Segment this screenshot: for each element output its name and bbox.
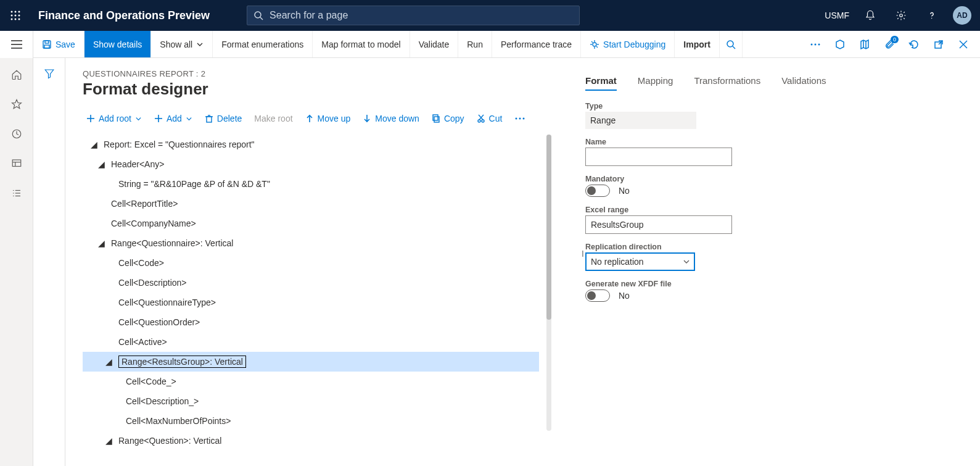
svg-point-67 (523, 118, 525, 120)
xfdf-value: No (619, 291, 630, 301)
svg-point-12 (931, 18, 933, 19)
map-format-button[interactable]: Map format to model (313, 31, 410, 57)
splitter-grip[interactable]: || (582, 249, 583, 257)
svg-point-29 (815, 43, 817, 45)
tree-row[interactable]: Cell<Description> (83, 273, 539, 293)
svg-line-63 (479, 115, 484, 120)
xfdf-toggle[interactable] (585, 289, 610, 302)
format-enumerations-button[interactable]: Format enumerations (213, 31, 313, 57)
app-title: Finance and Operations Preview (38, 9, 210, 22)
tab-format[interactable]: Format (585, 75, 617, 91)
cmdbar-search-icon[interactable] (720, 31, 743, 57)
help-icon[interactable] (922, 6, 942, 25)
svg-line-25 (596, 46, 598, 48)
attachments-icon[interactable]: 0 (879, 35, 900, 54)
tree-row[interactable]: Cell<Code> (83, 253, 539, 273)
tree-row[interactable]: Cell<Code_> (83, 372, 539, 391)
move-down-button[interactable]: Move down (363, 114, 419, 123)
parameters-icon[interactable] (830, 35, 850, 54)
svg-point-8 (19, 19, 20, 20)
cut-button[interactable]: Cut (477, 114, 503, 123)
properties-pane: || Format Mapping Transformations Valida… (585, 58, 980, 466)
home-icon[interactable] (11, 69, 22, 83)
tree-row[interactable]: Cell<ReportTitle> (83, 194, 539, 214)
popout-icon[interactable] (928, 35, 949, 54)
svg-point-11 (900, 14, 903, 17)
mandatory-toggle[interactable] (585, 185, 610, 197)
tab-transformations[interactable]: Transformations (694, 75, 760, 91)
tree-more-icon[interactable] (514, 117, 525, 120)
star-icon[interactable] (11, 99, 22, 112)
refresh-icon[interactable] (904, 35, 924, 54)
tree-row[interactable]: ◢Report: Excel = "Questionnaires report" (83, 135, 539, 154)
properties-tabs: Format Mapping Transformations Validatio… (585, 75, 968, 91)
modules-icon[interactable] (11, 188, 22, 201)
import-button[interactable]: Import (675, 31, 720, 57)
company-label[interactable]: USMF (825, 10, 849, 20)
bell-icon[interactable] (860, 6, 880, 25)
type-label: Type (585, 102, 746, 110)
save-button[interactable]: Save (33, 31, 84, 57)
copy-button[interactable]: Copy (432, 114, 464, 123)
hamburger-icon[interactable] (0, 31, 33, 58)
performance-trace-button[interactable]: Performance trace (492, 31, 581, 57)
svg-rect-17 (45, 41, 49, 43)
type-value: Range (585, 112, 696, 129)
more-icon[interactable] (805, 35, 826, 54)
svg-point-61 (478, 120, 480, 122)
add-button[interactable]: Add (154, 114, 192, 123)
svg-point-30 (818, 43, 820, 45)
designer-pane: QUESTIONNAIRES REPORT : 2 Format designe… (65, 58, 585, 466)
start-debugging-button[interactable]: Start Debugging (581, 31, 675, 57)
xfdf-label: Generate new XFDF file (585, 280, 746, 288)
breadcrumb: QUESTIONNAIRES REPORT : 2 (83, 69, 585, 78)
tree-row[interactable]: Cell<QuestionnaireType> (83, 293, 539, 312)
tree-row[interactable]: String = "&R&10Page &P of &N &D &T" (83, 174, 539, 194)
excel-range-label: Excel range (585, 206, 746, 214)
tree-scrollbar[interactable] (546, 135, 551, 431)
run-button[interactable]: Run (458, 31, 492, 57)
map-icon[interactable] (854, 35, 875, 54)
mandatory-value: No (619, 186, 630, 196)
move-up-button[interactable]: Move up (305, 114, 351, 123)
avatar[interactable]: AD (953, 6, 971, 25)
tab-mapping[interactable]: Mapping (638, 75, 673, 91)
svg-point-66 (519, 118, 521, 120)
svg-line-35 (939, 41, 942, 44)
show-details-button[interactable]: Show details (84, 31, 151, 57)
tree-row[interactable]: ◢Range<Question>: Vertical (83, 431, 539, 451)
waffle-icon[interactable] (0, 10, 31, 20)
tree-row[interactable]: Cell<Active> (83, 332, 539, 352)
format-form: Type Range Name Mandatory No Excel range… (585, 102, 746, 302)
tree-row[interactable]: Cell<CompanyName> (83, 214, 539, 233)
delete-button[interactable]: Delete (205, 114, 242, 123)
validate-button[interactable]: Validate (410, 31, 459, 57)
svg-point-26 (727, 41, 733, 47)
tree-row[interactable]: Cell<QuestionOrder> (83, 312, 539, 332)
svg-point-0 (11, 11, 13, 13)
gear-icon[interactable] (891, 6, 911, 25)
tree-row[interactable]: Cell<MaxNumberOfPoints> (83, 411, 539, 431)
workspace-icon[interactable] (11, 158, 22, 172)
svg-point-19 (593, 43, 596, 46)
tree-row-selected[interactable]: ◢Range<ResultsGroup>: Vertical (83, 352, 539, 372)
excel-range-input[interactable] (585, 215, 732, 234)
search-input[interactable]: Search for a page (247, 6, 580, 25)
top-nav: Finance and Operations Preview Search fo… (0, 0, 980, 31)
tab-validations[interactable]: Validations (781, 75, 826, 91)
svg-point-7 (15, 19, 17, 20)
tree-row[interactable]: ◢Header<Any> (83, 154, 539, 174)
chevron-down-icon (196, 41, 204, 48)
add-root-button[interactable]: Add root (86, 114, 142, 123)
filter-icon[interactable] (44, 68, 55, 79)
name-input[interactable] (585, 148, 732, 166)
close-icon[interactable] (953, 35, 974, 54)
svg-point-3 (11, 15, 13, 17)
tree-row[interactable]: ◢Range<Questionnaire>: Vertical (83, 233, 539, 253)
show-all-button[interactable]: Show all (151, 31, 213, 57)
page-title: Format designer (83, 80, 585, 99)
tree-row[interactable]: Cell<Description_> (83, 391, 539, 411)
replication-select[interactable] (585, 252, 695, 271)
svg-line-27 (733, 46, 735, 49)
recent-icon[interactable] (11, 128, 22, 142)
